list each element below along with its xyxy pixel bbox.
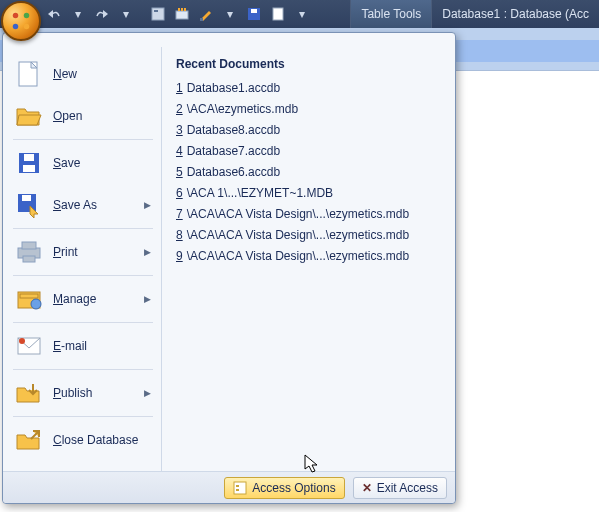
svg-point-10 — [24, 24, 30, 30]
menu-save-as-label: Save As — [53, 198, 97, 212]
recent-documents-header: Recent Documents — [176, 57, 445, 71]
recent-documents-list: 1Database1.accdb 2\ACA\ezymetics.mdb 3Da… — [176, 81, 445, 263]
office-menu: New Open Save Save As ▶ Print ▶ — [2, 32, 456, 504]
svg-rect-5 — [251, 9, 257, 13]
submenu-arrow-icon: ▶ — [144, 388, 151, 398]
publish-icon — [15, 379, 43, 407]
recent-item[interactable]: 9\ACA\ACA Vista Design\...\ezymetics.mdb — [176, 249, 445, 263]
office-menu-footer: Access Options ✕ Exit Access — [3, 471, 455, 503]
svg-rect-18 — [22, 242, 36, 249]
menu-email[interactable]: E-mail — [9, 325, 157, 367]
menu-email-label: E-mail — [53, 339, 87, 353]
menu-open[interactable]: Open — [9, 95, 157, 137]
svg-rect-3 — [200, 18, 203, 21]
svg-rect-2 — [176, 11, 188, 19]
qat-form-icon[interactable] — [148, 5, 168, 23]
quick-access-toolbar: ▾ ▾ ▾ ▾ — [0, 5, 312, 23]
menu-new-label: New — [53, 67, 77, 81]
svg-point-7 — [13, 13, 19, 19]
recent-item[interactable]: 7\ACA\ACA Vista Design\...\ezymetics.mdb — [176, 207, 445, 221]
svg-rect-13 — [24, 154, 34, 161]
recent-item[interactable]: 1Database1.accdb — [176, 81, 445, 95]
svg-rect-21 — [20, 294, 38, 298]
svg-rect-19 — [23, 256, 35, 262]
redo-dropdown-icon[interactable]: ▾ — [116, 5, 136, 23]
svg-rect-27 — [236, 489, 239, 491]
svg-point-9 — [13, 24, 19, 30]
save-icon — [15, 149, 43, 177]
access-options-button[interactable]: Access Options — [224, 477, 344, 499]
office-button[interactable] — [1, 1, 41, 41]
svg-point-8 — [24, 13, 30, 19]
folder-open-icon — [15, 102, 43, 130]
menu-open-label: Open — [53, 109, 82, 123]
menu-close-database-label: Close Database — [53, 433, 138, 447]
contextual-tab-table-tools[interactable]: Table Tools — [350, 0, 431, 28]
recent-item[interactable]: 6\ACA 1\...\EZYMET~1.MDB — [176, 186, 445, 200]
menu-new[interactable]: New — [9, 53, 157, 95]
svg-rect-14 — [23, 165, 35, 172]
qat-query-icon[interactable] — [172, 5, 192, 23]
svg-rect-6 — [273, 8, 283, 20]
redo-button[interactable] — [92, 5, 112, 23]
svg-point-24 — [19, 338, 25, 344]
access-options-label: Access Options — [252, 481, 335, 495]
menu-manage-label: Manage — [53, 292, 96, 306]
menu-manage[interactable]: Manage ▶ — [9, 278, 157, 320]
recent-item[interactable]: 2\ACA\ezymetics.mdb — [176, 102, 445, 116]
qat-design-icon[interactable] — [196, 5, 216, 23]
menu-print-label: Print — [53, 245, 78, 259]
submenu-arrow-icon: ▶ — [144, 200, 151, 210]
office-menu-commands: New Open Save Save As ▶ Print ▶ — [3, 47, 161, 471]
close-database-icon — [15, 426, 43, 454]
svg-rect-0 — [152, 8, 164, 20]
undo-button[interactable] — [44, 5, 64, 23]
new-document-icon — [15, 60, 43, 88]
svg-rect-26 — [236, 485, 239, 487]
recent-item[interactable]: 8\ACA\ACA Vista Design\...\ezymetics.mdb — [176, 228, 445, 242]
qat-dropdown-icon[interactable]: ▾ — [220, 5, 240, 23]
svg-point-22 — [31, 299, 41, 309]
svg-rect-16 — [22, 195, 31, 201]
svg-rect-25 — [234, 482, 246, 494]
menu-publish-label: Publish — [53, 386, 92, 400]
exit-access-button[interactable]: ✕ Exit Access — [353, 477, 447, 499]
manage-icon — [15, 285, 43, 313]
save-as-icon — [15, 191, 43, 219]
qat-save-icon[interactable] — [244, 5, 264, 23]
print-icon — [15, 238, 43, 266]
menu-save[interactable]: Save — [9, 142, 157, 184]
undo-dropdown-icon[interactable]: ▾ — [68, 5, 88, 23]
menu-publish[interactable]: Publish ▶ — [9, 372, 157, 414]
submenu-arrow-icon: ▶ — [144, 247, 151, 257]
recent-item[interactable]: 3Database8.accdb — [176, 123, 445, 137]
submenu-arrow-icon: ▶ — [144, 294, 151, 304]
recent-item[interactable]: 5Database6.accdb — [176, 165, 445, 179]
title-bar: ▾ ▾ ▾ ▾ Table Tools Database1 : Database… — [0, 0, 599, 28]
options-icon — [233, 481, 247, 495]
recent-item[interactable]: 4Database7.accdb — [176, 144, 445, 158]
window-title: Database1 : Database (Acc — [431, 0, 599, 28]
svg-rect-1 — [154, 10, 158, 12]
menu-save-as[interactable]: Save As ▶ — [9, 184, 157, 226]
qat-new-icon[interactable] — [268, 5, 288, 23]
email-icon — [15, 332, 43, 360]
close-icon: ✕ — [362, 481, 372, 495]
menu-print[interactable]: Print ▶ — [9, 231, 157, 273]
exit-access-label: Exit Access — [377, 481, 438, 495]
menu-close-database[interactable]: Close Database — [9, 419, 157, 461]
qat-customize-icon[interactable]: ▾ — [292, 5, 312, 23]
menu-save-label: Save — [53, 156, 80, 170]
recent-documents-panel: Recent Documents 1Database1.accdb 2\ACA\… — [161, 47, 455, 471]
